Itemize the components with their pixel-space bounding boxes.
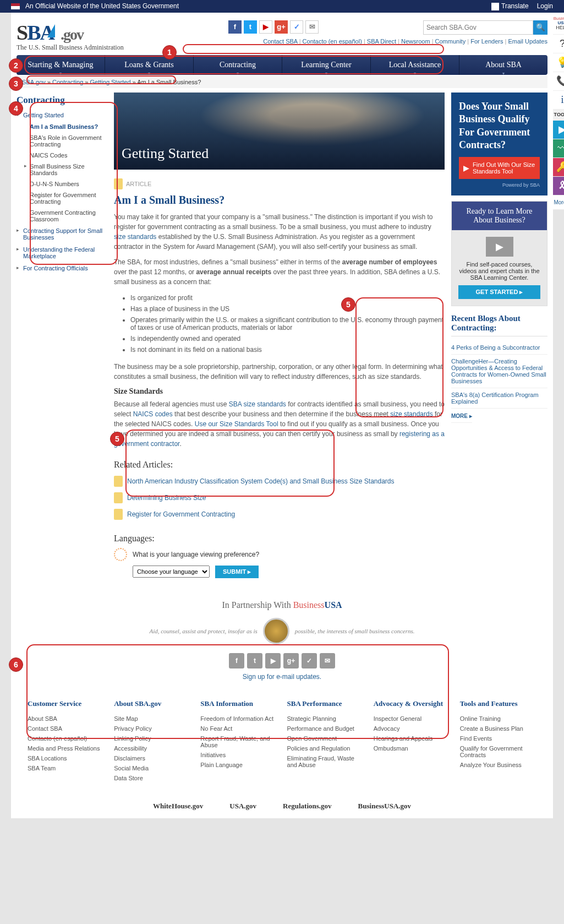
toplink[interactable]: Contacto (en español)	[303, 38, 362, 45]
nav-item[interactable]: Local Assistance	[371, 55, 459, 75]
submit-button[interactable]: SUBMIT	[215, 566, 259, 578]
footer-link[interactable]: Qualify for Government Contracts	[460, 743, 536, 760]
nav-item[interactable]: Loans & Grants	[105, 55, 194, 75]
footer-link[interactable]: Open Government	[287, 733, 364, 743]
footer-link[interactable]: Contact SBA	[28, 724, 104, 733]
toplink[interactable]: Newsroom	[401, 38, 430, 45]
footer-link[interactable]: Performance and Budget	[287, 724, 364, 733]
size-standards-link[interactable]: size standards	[114, 233, 156, 241]
footer-link[interactable]: Report Fraud, Waste, and Abuse	[200, 733, 277, 750]
footer-link[interactable]: Eliminating Fraud, Waste and Abuse	[287, 753, 364, 770]
footer-link[interactable]: Hearings and Appeals	[374, 733, 450, 743]
crumb[interactable]: SBA.gov	[22, 79, 46, 85]
footer-gov-link[interactable]: WhiteHouse.gov	[153, 802, 203, 810]
info-icon[interactable]: i	[553, 91, 564, 110]
tool-play-icon[interactable]: ▶	[553, 121, 564, 139]
footer-link[interactable]: Initiatives	[200, 750, 277, 760]
nav-understanding-marketplace[interactable]: Understanding the Federal Marketplace	[17, 243, 107, 262]
footer-gov-link[interactable]: BusinessUSA.gov	[358, 802, 411, 810]
mail-icon[interactable]: ✉	[305, 20, 319, 34]
email-signup-link[interactable]: Sign up for e-mail updates.	[243, 673, 321, 681]
youtube-icon[interactable]: ▶	[259, 20, 272, 34]
subnav-item[interactable]: Small Business Size Standards	[30, 161, 107, 178]
businessusa-badge[interactable]: BusinessUSAHELP	[553, 13, 564, 35]
blogs-more[interactable]: MORE ▸	[451, 409, 472, 423]
nav-item[interactable]: Starting & Managing	[17, 55, 105, 75]
toplink[interactable]: Community	[435, 38, 466, 45]
subnav-item[interactable]: SBA's Role in Government Contracting	[30, 132, 107, 150]
related-article[interactable]: Determining Business Size	[114, 490, 445, 506]
footer-link[interactable]: About SBA	[28, 714, 104, 724]
footer-link[interactable]: Data Store	[114, 773, 190, 783]
tool-ribbon-icon[interactable]: 🎗	[553, 177, 564, 195]
facebook-icon[interactable]: f	[228, 20, 242, 34]
language-select[interactable]: Choose your language …	[133, 566, 210, 578]
footer-link[interactable]: Site Map	[114, 714, 190, 724]
facebook-icon[interactable]: f	[229, 653, 244, 668]
nav-getting-started[interactable]: Getting Started	[17, 109, 107, 121]
size-tool-button[interactable]: Find Out With Our Size Standards Tool	[459, 157, 540, 179]
subnav-item[interactable]: NAICS Codes	[30, 150, 107, 161]
get-started-button[interactable]: GET STARTED ▸	[458, 285, 540, 299]
toplink[interactable]: SBA Direct	[367, 38, 396, 45]
footer-gov-link[interactable]: USA.gov	[229, 802, 256, 810]
subnav-item[interactable]: Am I a Small Business?	[30, 121, 107, 132]
footer-link[interactable]: Freedom of Information Act	[200, 714, 277, 724]
footer-link[interactable]: Disclaimers	[114, 753, 190, 763]
footer-link[interactable]: Media and Press Relations	[28, 743, 104, 753]
nav-contracting-officials[interactable]: For Contracting Officials	[17, 262, 107, 274]
nav-contracting-support[interactable]: Contracting Support for Small Businesses	[17, 225, 107, 243]
footer-link[interactable]: Accessibility	[114, 743, 190, 753]
footer-link[interactable]: Create a Business Plan	[460, 724, 536, 733]
footer-link[interactable]: No Fear Act	[200, 724, 277, 733]
footer-gov-link[interactable]: Regulations.gov	[283, 802, 331, 810]
footer-link[interactable]: Social Media	[114, 763, 190, 773]
toplink[interactable]: Email Updates	[508, 38, 547, 45]
search-input[interactable]	[423, 20, 533, 35]
mail-icon[interactable]: ✉	[320, 653, 335, 668]
footer-link[interactable]: Online Training	[460, 714, 536, 724]
footer-link[interactable]: Inspector General	[374, 714, 450, 724]
footer-link[interactable]: Privacy Policy	[114, 724, 190, 733]
tool-key-icon[interactable]: 🔑	[553, 158, 564, 177]
toplink[interactable]: Contact SBA	[263, 38, 297, 45]
googleplus-icon[interactable]: g+	[283, 653, 299, 668]
footer-link[interactable]: SBA Locations	[28, 753, 104, 763]
sba-logo[interactable]: SBA.gov The U.S. Small Business Administ…	[17, 20, 124, 52]
related-article[interactable]: North American Industry Classification S…	[114, 473, 445, 490]
footer-link[interactable]: Linking Policy	[114, 733, 190, 743]
footer-link[interactable]: SBA Team	[28, 763, 104, 773]
subnav-item[interactable]: D-U-N-S Numbers	[30, 178, 107, 189]
related-article[interactable]: Register for Government Contracting	[114, 506, 445, 523]
crumb[interactable]: Getting Started	[90, 79, 131, 85]
nav-item[interactable]: Learning Center	[282, 55, 371, 75]
footer-link[interactable]: Contacto (en español)	[28, 733, 104, 743]
tools-more[interactable]: More...	[553, 195, 564, 210]
login-link[interactable]: Login	[537, 2, 553, 10]
twitter-icon[interactable]: t	[244, 20, 257, 34]
footer-link[interactable]: Policies and Regulation	[287, 743, 364, 753]
footer-link[interactable]: Ombudsman	[374, 743, 450, 753]
footer-link[interactable]: Plain Language	[200, 760, 277, 770]
subnav-item[interactable]: Register for Government Contracting	[30, 189, 107, 207]
blog-link[interactable]: ChallengeHer—Creating Opportunities & Ac…	[451, 355, 547, 388]
tool-pulse-icon[interactable]: 〰	[553, 139, 564, 158]
footer-link[interactable]: Advocacy	[374, 724, 450, 733]
nav-item[interactable]: About SBA	[459, 55, 547, 75]
check-icon[interactable]: ✓	[302, 653, 317, 668]
footer-link[interactable]: Analyze Your Business	[460, 760, 536, 770]
nav-item[interactable]: Contracting	[194, 55, 282, 75]
help-icon[interactable]: ?	[553, 35, 564, 53]
search-button[interactable]: 🔍	[533, 20, 547, 35]
footer-link[interactable]: Find Events	[460, 733, 536, 743]
twitter-icon[interactable]: t	[247, 653, 262, 668]
crumb[interactable]: Contracting	[52, 79, 83, 85]
blog-link[interactable]: SBA's 8(a) Certification Program Explain…	[451, 388, 547, 409]
subnav-item[interactable]: Government Contracting Classroom	[30, 207, 107, 225]
footer-link[interactable]: Strategic Planning	[287, 714, 364, 724]
googleplus-icon[interactable]: g+	[275, 20, 288, 34]
phone-icon[interactable]: 📞	[553, 72, 564, 91]
translate-link[interactable]: Translate	[491, 2, 529, 10]
check-icon[interactable]: ✓	[290, 20, 303, 34]
idea-icon[interactable]: 💡	[553, 53, 564, 72]
